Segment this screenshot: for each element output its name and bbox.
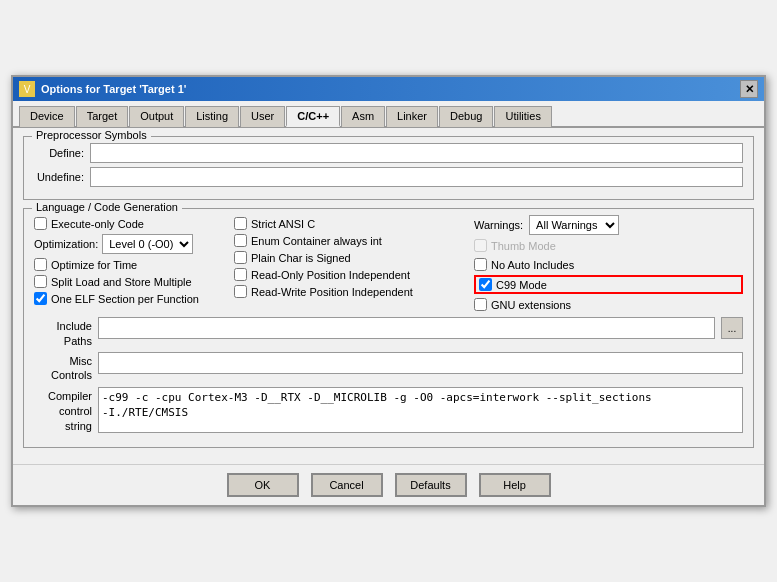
undefine-row: Undefine: (34, 167, 743, 187)
language-title: Language / Code Generation (32, 201, 182, 213)
defaults-button[interactable]: Defaults (395, 473, 467, 497)
plain-char-label: Plain Char is Signed (251, 252, 351, 264)
optimization-dropdown[interactable]: Level 0 (-O0) Level 1 (-O1) Level 2 (-O2… (102, 234, 193, 254)
execute-only-row: Execute-only Code (34, 215, 234, 232)
tab-linker[interactable]: Linker (386, 106, 438, 127)
define-input[interactable] (90, 143, 743, 163)
no-auto-check[interactable] (474, 258, 487, 271)
compiler-row: Compiler control string -c99 -c -cpu Cor… (34, 387, 743, 435)
lang-col3: Warnings: All Warnings No Warnings Warni… (474, 215, 743, 313)
split-load-check[interactable] (34, 275, 47, 288)
ro-pos-check[interactable] (234, 268, 247, 281)
tab-debug[interactable]: Debug (439, 106, 493, 127)
language-group: Language / Code Generation Execute-only … (23, 208, 754, 447)
warnings-dropdown[interactable]: All Warnings No Warnings Warnings (529, 215, 619, 235)
undefine-label: Undefine: (34, 171, 84, 183)
thumb-mode-label: Thumb Mode (491, 240, 556, 252)
include-paths-label: Include Paths (34, 317, 92, 348)
execute-only-label: Execute-only Code (51, 218, 144, 230)
ro-pos-row: Read-Only Position Independent (234, 266, 474, 283)
preprocessor-group: Preprocessor Symbols Define: Undefine: (23, 136, 754, 200)
plain-char-check[interactable] (234, 251, 247, 264)
lang-col2: Strict ANSI C Enum Container always int … (234, 215, 474, 313)
enum-container-check[interactable] (234, 234, 247, 247)
enum-container-row: Enum Container always int (234, 232, 474, 249)
thumb-mode-row: Thumb Mode (474, 237, 743, 254)
warnings-label: Warnings: (474, 219, 523, 231)
gnu-ext-check[interactable] (474, 298, 487, 311)
misc-controls-row: Misc Controls (34, 352, 743, 383)
tab-output[interactable]: Output (129, 106, 184, 127)
define-row: Define: (34, 143, 743, 163)
no-auto-row: No Auto Includes (474, 256, 743, 273)
gnu-ext-row: GNU extensions (474, 296, 743, 313)
dialog-title: Options for Target 'Target 1' (41, 83, 186, 95)
main-content: Preprocessor Symbols Define: Undefine: L… (13, 128, 764, 463)
tab-cpp[interactable]: C/C++ (286, 106, 340, 127)
optimize-time-label: Optimize for Time (51, 259, 137, 271)
ro-pos-label: Read-Only Position Independent (251, 269, 410, 281)
app-icon: V (19, 81, 35, 97)
rw-pos-row: Read-Write Position Independent (234, 283, 474, 300)
tab-listing[interactable]: Listing (185, 106, 239, 127)
tabs-bar: Device Target Output Listing User C/C++ … (13, 101, 764, 128)
enum-container-label: Enum Container always int (251, 235, 382, 247)
c99-mode-label: C99 Mode (496, 279, 547, 291)
rw-pos-check[interactable] (234, 285, 247, 298)
close-button[interactable]: ✕ (740, 80, 758, 98)
tab-target[interactable]: Target (76, 106, 129, 127)
misc-controls-label: Misc Controls (34, 352, 92, 383)
undefine-input[interactable] (90, 167, 743, 187)
button-bar: OK Cancel Defaults Help (13, 464, 764, 505)
c99-box: C99 Mode (474, 275, 743, 294)
execute-only-check[interactable] (34, 217, 47, 230)
one-elf-label: One ELF Section per Function (51, 293, 199, 305)
cancel-button[interactable]: Cancel (311, 473, 383, 497)
optimization-row: Optimization: Level 0 (-O0) Level 1 (-O1… (34, 234, 234, 254)
compiler-text: -c99 -c -cpu Cortex-M3 -D__RTX -D__MICRO… (98, 387, 743, 433)
include-paths-input[interactable] (98, 317, 715, 339)
no-auto-label: No Auto Includes (491, 259, 574, 271)
one-elf-check[interactable] (34, 292, 47, 305)
optimization-label: Optimization: (34, 238, 98, 250)
compiler-label: Compiler control string (34, 387, 92, 435)
misc-controls-input[interactable] (98, 352, 743, 374)
titlebar: V Options for Target 'Target 1' ✕ (13, 77, 764, 101)
strict-ansi-check[interactable] (234, 217, 247, 230)
warnings-row: Warnings: All Warnings No Warnings Warni… (474, 215, 743, 235)
include-paths-row: Include Paths ... (34, 317, 743, 348)
optimize-time-row: Optimize for Time (34, 256, 234, 273)
tab-utilities[interactable]: Utilities (494, 106, 551, 127)
optimize-time-check[interactable] (34, 258, 47, 271)
split-load-label: Split Load and Store Multiple (51, 276, 192, 288)
ok-button[interactable]: OK (227, 473, 299, 497)
preprocessor-title: Preprocessor Symbols (32, 129, 151, 141)
titlebar-left: V Options for Target 'Target 1' (19, 81, 186, 97)
tab-device[interactable]: Device (19, 106, 75, 127)
strict-ansi-row: Strict ANSI C (234, 215, 474, 232)
rw-pos-label: Read-Write Position Independent (251, 286, 413, 298)
include-paths-browse[interactable]: ... (721, 317, 743, 339)
split-load-row: Split Load and Store Multiple (34, 273, 234, 290)
dialog: V Options for Target 'Target 1' ✕ Device… (11, 75, 766, 506)
c99-mode-check[interactable] (479, 278, 492, 291)
plain-char-row: Plain Char is Signed (234, 249, 474, 266)
help-button[interactable]: Help (479, 473, 551, 497)
strict-ansi-label: Strict ANSI C (251, 218, 315, 230)
gnu-ext-label: GNU extensions (491, 299, 571, 311)
thumb-mode-check[interactable] (474, 239, 487, 252)
define-label: Define: (34, 147, 84, 159)
one-elf-row: One ELF Section per Function (34, 290, 234, 307)
lang-col1: Execute-only Code Optimization: Level 0 … (34, 215, 234, 313)
tab-user[interactable]: User (240, 106, 285, 127)
tab-asm[interactable]: Asm (341, 106, 385, 127)
